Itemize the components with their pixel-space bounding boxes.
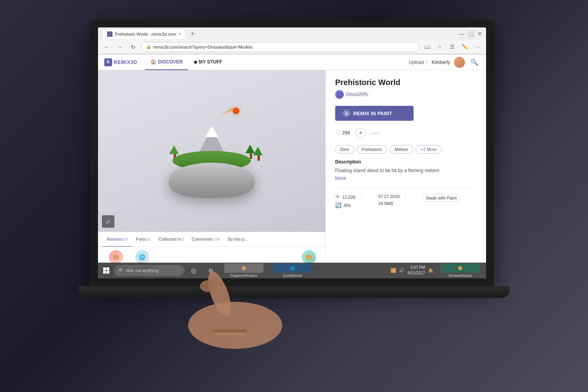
tab-remixes[interactable]: Remixes 13 bbox=[103, 232, 132, 247]
toolbar-right: 📖 ☆ ☰ ✏️ ··· bbox=[422, 42, 483, 53]
header-search-icon[interactable]: 🔍 bbox=[469, 57, 480, 68]
like-button[interactable]: ♡ 294 bbox=[335, 129, 350, 137]
tab-favicon bbox=[107, 31, 113, 37]
svg-rect-4 bbox=[214, 333, 245, 335]
browser-titlebar: Prehistoric World - remix3d.com × + — ⬜ … bbox=[98, 27, 486, 40]
date-value: 07.27.2016 bbox=[378, 194, 400, 199]
filesize-value: 18.9MB bbox=[378, 201, 393, 206]
laptop-base bbox=[78, 286, 510, 298]
views-count: 12,026 bbox=[342, 195, 356, 200]
address-bar[interactable]: 🔒 remix3d.com/search?query=Dinosaur&type… bbox=[141, 42, 419, 52]
screen-bezel: Prehistoric World - remix3d.com × + — ⬜ … bbox=[90, 20, 494, 286]
taskbar-date-display: 8/11/2017 bbox=[408, 270, 425, 276]
nav-item-discover[interactable]: 🏠 DISCOVER bbox=[145, 54, 188, 70]
remix-btn-icon: ● bbox=[343, 110, 350, 117]
taskbar-app-shoes[interactable]: 🎨 ShoeandSacks bbox=[437, 263, 484, 278]
expand-button[interactable]: ⤢ bbox=[102, 215, 114, 228]
remix-avatar-1: 🎨 bbox=[109, 250, 123, 264]
volume-icon: 🔊 bbox=[399, 268, 405, 273]
add-button[interactable]: + bbox=[356, 128, 366, 138]
taskbar-clock: 3:47 PM 8/11/2017 bbox=[408, 265, 425, 276]
home-icon: 🏠 bbox=[151, 59, 156, 65]
more-link[interactable]: More bbox=[335, 176, 477, 181]
forward-button[interactable]: → bbox=[114, 42, 125, 53]
remix-avatar-2: 🌐 bbox=[135, 250, 149, 264]
taskbar-app-pepperoni[interactable]: 🎨 PepperoniPalace bbox=[220, 263, 267, 278]
stat-filesize: 18.9MB bbox=[378, 201, 406, 206]
taskbar-search-text: Ask me anything bbox=[127, 268, 158, 273]
nav-item-mystuff[interactable]: ◆ MY STUFF bbox=[188, 54, 228, 70]
site-nav: 🏠 DISCOVER ◆ MY STUFF bbox=[145, 54, 409, 70]
task-view-icon: ⧉ bbox=[209, 267, 213, 274]
user-avatar[interactable] bbox=[454, 57, 465, 68]
description-text: Floating island about to be hit by a fla… bbox=[335, 167, 477, 174]
model-scene: 🦕 🦖 bbox=[153, 96, 270, 206]
taskbar: 🔍 Ask me anything ◎ ⧉ bbox=[98, 263, 486, 278]
cortana-icon: ◎ bbox=[191, 267, 196, 274]
tab-by-this[interactable]: By this p... bbox=[224, 232, 252, 247]
stat-remixes: 🔄 394 bbox=[335, 202, 361, 208]
island-base bbox=[169, 163, 255, 198]
remixes-count: 394 bbox=[343, 203, 350, 208]
win-quad-1 bbox=[103, 267, 106, 270]
remix-in-paint-button[interactable]: ● REMIX IN PAINT bbox=[335, 106, 414, 121]
taskbar-search-icon: 🔍 bbox=[118, 268, 124, 273]
description-label: Description bbox=[335, 159, 477, 165]
favorites-icon[interactable]: ☆ bbox=[434, 42, 445, 53]
task-view-button[interactable]: ⧉ bbox=[203, 263, 219, 278]
tag-more-button[interactable]: +7 More bbox=[416, 145, 442, 154]
upload-arrow-icon: ↑ bbox=[425, 60, 428, 65]
island-mountain-snow bbox=[205, 126, 219, 137]
model-author[interactable]: DinoGRRL bbox=[335, 90, 477, 99]
window-maximize-button[interactable]: ⬜ bbox=[468, 31, 474, 37]
site-logo[interactable]: R remix3d bbox=[104, 58, 137, 66]
hub-icon[interactable]: ☰ bbox=[447, 42, 458, 53]
tab-comments[interactable]: Comments 1.2k bbox=[188, 232, 224, 247]
app-preview-sunn: 🌐 bbox=[273, 263, 312, 273]
web-notes-icon[interactable]: ✏️ bbox=[459, 42, 470, 53]
start-button[interactable] bbox=[100, 265, 112, 276]
browser-more-icon[interactable]: ··· bbox=[472, 42, 483, 53]
refresh-button[interactable]: ↻ bbox=[128, 42, 139, 53]
tag-dino[interactable]: Dino bbox=[335, 145, 354, 154]
window-close-button[interactable]: ✕ bbox=[477, 31, 482, 37]
viewer-area: 🦕 🦖 ⤢ bbox=[98, 70, 325, 232]
viewer-section: 🦕 🦖 ⤢ bbox=[98, 70, 325, 278]
app-label-pepperoni: PepperoniPalace bbox=[230, 274, 258, 278]
made-with-badge: Made with Paint bbox=[423, 194, 460, 202]
app-label-sunn: SunnMoond bbox=[283, 274, 302, 278]
win-quad-2 bbox=[107, 267, 110, 270]
remix-avatar-3: 🎨 bbox=[302, 250, 316, 264]
reading-view-icon[interactable]: 📖 bbox=[422, 42, 433, 53]
author-name: DinoGRRL bbox=[346, 92, 369, 97]
stat-date: 07.27.2016 bbox=[378, 194, 406, 199]
tag-meteor[interactable]: Meteor bbox=[390, 145, 413, 154]
info-panel: Prehistoric World DinoGRRL ● REMIX IN PA… bbox=[325, 70, 486, 278]
stat-views: 👁 12,026 bbox=[335, 194, 361, 200]
mystuff-icon: ◆ bbox=[194, 59, 197, 65]
tab-collected-in[interactable]: Collected in 2 bbox=[155, 232, 188, 247]
site-header: R remix3d 🏠 DISCOVER ◆ MY STUFF bbox=[98, 54, 486, 70]
description-section: Description Floating island about to be … bbox=[335, 159, 477, 181]
tab-parts[interactable]: Parts 11 bbox=[132, 232, 155, 247]
tab-close-button[interactable]: × bbox=[178, 32, 181, 36]
taskbar-app-sunn[interactable]: 🌐 SunnMoond bbox=[269, 263, 316, 278]
back-button[interactable]: ← bbox=[101, 42, 112, 53]
taskbar-search[interactable]: 🔍 Ask me anything bbox=[114, 265, 184, 276]
screen: Prehistoric World - remix3d.com × + — ⬜ … bbox=[98, 27, 486, 278]
notification-icon[interactable]: 🔔 bbox=[428, 268, 434, 273]
windows-logo bbox=[103, 267, 109, 274]
tags-row: Dino Prehistoric Meteor +7 More bbox=[335, 145, 477, 154]
window-minimize-button[interactable]: — bbox=[459, 31, 465, 37]
tab-title: Prehistoric World - remix3d.com bbox=[115, 32, 176, 36]
upload-button[interactable]: Upload ↑ bbox=[409, 60, 428, 65]
browser-chrome: Prehistoric World - remix3d.com × + — ⬜ … bbox=[98, 27, 486, 54]
app-label-shoes: ShoeandSacks bbox=[448, 274, 472, 278]
new-tab-button[interactable]: + bbox=[187, 29, 198, 39]
views-icon: 👁 bbox=[335, 194, 340, 200]
cortana-button[interactable]: ◎ bbox=[186, 263, 201, 278]
tag-prehistoric[interactable]: Prehistoric bbox=[357, 145, 387, 154]
browser-tab[interactable]: Prehistoric World - remix3d.com × bbox=[102, 29, 186, 39]
author-avatar bbox=[335, 90, 344, 99]
more-actions-button[interactable]: ··· bbox=[371, 129, 379, 137]
